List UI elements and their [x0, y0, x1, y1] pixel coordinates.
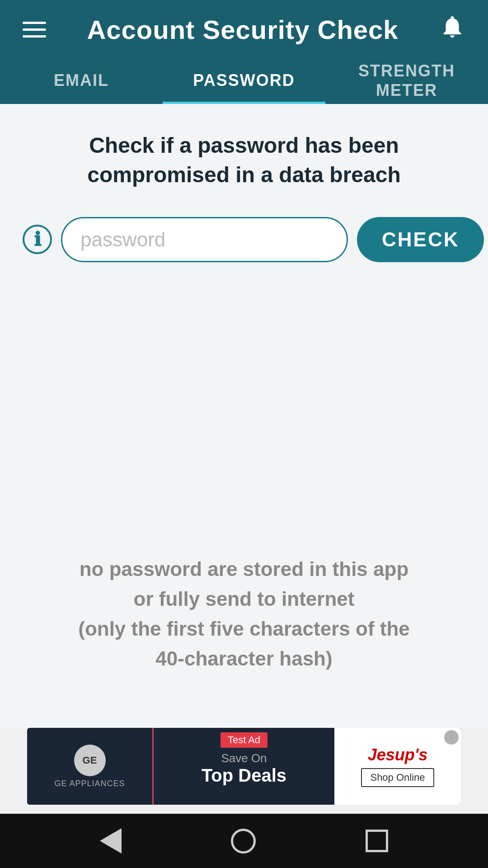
tab-bar: EMAIL PASSWORD STRENGTHMETER — [0, 59, 488, 104]
tab-password[interactable]: PASSWORD — [163, 59, 325, 104]
ad-jessups-name: Jesup's — [368, 745, 428, 764]
ad-ge-section: GE GE APPLIANCES — [27, 728, 154, 805]
input-row: ℹ CHECK — [23, 217, 465, 262]
main-content: Check if a password has been compromised… — [0, 104, 488, 728]
app-bar: Account Security Check — [0, 0, 488, 59]
home-icon[interactable] — [231, 829, 256, 854]
password-input[interactable] — [61, 217, 348, 262]
ad-shop-button[interactable]: Shop Online — [361, 768, 434, 787]
recent-apps-icon[interactable] — [366, 830, 388, 852]
bell-icon[interactable] — [439, 14, 465, 46]
ad-middle-section: Test Ad Save On Top Deals — [154, 728, 334, 805]
back-icon[interactable] — [100, 828, 122, 854]
ad-ge-logo: GE — [74, 745, 106, 776]
ad-banner-inner: GE GE APPLIANCES Test Ad Save On Top Dea… — [27, 728, 461, 805]
menu-icon[interactable] — [23, 22, 46, 38]
tab-email[interactable]: EMAIL — [0, 59, 163, 104]
ad-ge-label: GE APPLIANCES — [54, 779, 125, 788]
ad-close-icon[interactable]: × — [444, 730, 459, 745]
ad-save-text: Save On — [221, 751, 267, 765]
tab-strength-meter[interactable]: STRENGTHMETER — [325, 59, 488, 104]
nav-bar — [0, 814, 488, 868]
ad-deals-text: Top Deals — [202, 765, 286, 786]
info-icon[interactable]: ℹ — [23, 225, 52, 254]
ad-banner: GE GE APPLIANCES Test Ad Save On Top Dea… — [27, 728, 461, 805]
check-button[interactable]: CHECK — [357, 217, 484, 262]
privacy-note: no password are stored in this appor ful… — [23, 536, 465, 692]
app-bar-title: Account Security Check — [87, 14, 398, 45]
ad-test-label: Test Ad — [221, 732, 267, 748]
page-description: Check if a password has been compromised… — [23, 131, 465, 190]
ad-jessups-section: Jesup's Shop Online — [334, 728, 461, 805]
